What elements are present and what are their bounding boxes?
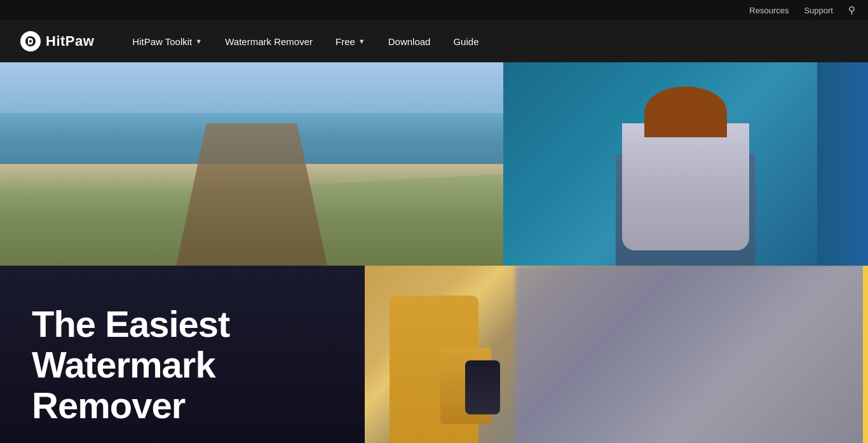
search-icon[interactable]: ⚲ (848, 4, 855, 16)
chevron-down-icon: ▼ (195, 37, 202, 45)
logo-text: HitPaw (46, 33, 94, 50)
nav-item-free[interactable]: Free ▼ (336, 36, 365, 47)
content-left: The Easiest Watermark Remover (0, 266, 365, 443)
chevron-down-icon-free: ▼ (358, 37, 365, 45)
logo-icon (20, 31, 41, 51)
person-hair (644, 86, 727, 137)
logo[interactable]: HitPaw (20, 31, 94, 51)
nav-item-toolkit[interactable]: HitPaw Toolkit ▼ (132, 36, 202, 47)
video-bg-people (515, 266, 868, 443)
content-right (365, 266, 868, 443)
person-scene (503, 62, 868, 266)
main-navbar: HitPaw HitPaw Toolkit ▼ Watermark Remove… (0, 20, 868, 62)
top-utility-bar: Resources Support ⚲ (0, 0, 868, 20)
support-link[interactable]: Support (804, 6, 833, 15)
hero-image-left (0, 62, 503, 266)
resources-link[interactable]: Resources (749, 6, 789, 15)
nav-item-watermark-remover[interactable]: Watermark Remover (225, 36, 313, 47)
nav-item-guide[interactable]: Guide (453, 36, 478, 47)
video-scene (365, 266, 868, 443)
hero-title: The Easiest Watermark Remover (32, 304, 333, 425)
nav-item-download[interactable]: Download (388, 36, 431, 47)
beach-scene (0, 62, 503, 266)
nav-items: HitPaw Toolkit ▼ Watermark Remover Free … (132, 36, 478, 47)
svg-point-1 (29, 40, 32, 43)
hero-images (0, 62, 868, 266)
phone-screen (465, 360, 500, 414)
door-frame (817, 62, 868, 266)
hero-image-right (503, 62, 868, 266)
person-hoodie (622, 123, 749, 250)
yellow-accent-bar (863, 266, 868, 443)
content-section: The Easiest Watermark Remover (0, 266, 868, 443)
